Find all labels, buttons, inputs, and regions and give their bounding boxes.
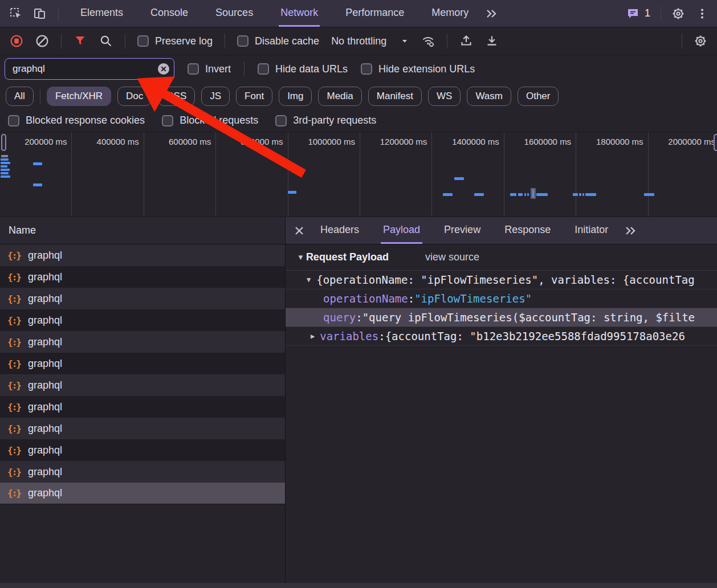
tab-network[interactable]: Network bbox=[279, 0, 320, 27]
more-tabs-button[interactable] bbox=[484, 0, 498, 27]
timeline-right-handle[interactable] bbox=[714, 134, 717, 151]
type-chip-css[interactable]: CSS bbox=[158, 87, 195, 106]
device-toolbar-icon[interactable] bbox=[33, 7, 47, 21]
third-party-requests-checkbox-group[interactable]: 3rd-party requests bbox=[275, 115, 376, 126]
collapse-triangle-icon: ▼ bbox=[307, 276, 311, 284]
network-conditions-icon[interactable] bbox=[421, 34, 435, 48]
timeline-tick: 800000 ms bbox=[216, 132, 288, 217]
devtools-tabbar: Elements Console Sources Network Perform… bbox=[0, 0, 717, 27]
type-chip-doc[interactable]: Doc bbox=[117, 87, 152, 106]
filter-funnel-icon[interactable] bbox=[74, 34, 87, 48]
type-chip-other[interactable]: Other bbox=[518, 87, 559, 106]
type-chip-all[interactable]: All bbox=[6, 87, 34, 106]
close-details-button[interactable] bbox=[292, 217, 306, 244]
request-row[interactable]: {:}graphql bbox=[0, 396, 285, 418]
third-party-requests-checkbox[interactable] bbox=[275, 115, 287, 126]
inspect-element-icon[interactable] bbox=[9, 7, 23, 21]
request-row[interactable]: {:}graphql bbox=[0, 439, 285, 461]
blocked-requests-checkbox[interactable] bbox=[162, 115, 173, 126]
type-chip-media[interactable]: Media bbox=[318, 87, 361, 106]
detail-tab-initiator[interactable]: Initiator bbox=[572, 217, 610, 244]
json-braces-icon: {:} bbox=[7, 358, 21, 369]
clear-filter-icon[interactable] bbox=[157, 62, 170, 76]
issues-count: 1 bbox=[645, 7, 650, 19]
record-network-log-button[interactable] bbox=[10, 34, 23, 48]
type-chip-js[interactable]: JS bbox=[201, 87, 230, 106]
timeline-tick: 600000 ms bbox=[144, 132, 216, 217]
chevrons-right-icon bbox=[484, 7, 498, 21]
hide-extension-urls-checkbox-group[interactable]: Hide extension URLs bbox=[361, 63, 475, 75]
expand-triangle-icon: ▶ bbox=[311, 332, 315, 340]
more-detail-tabs-button[interactable] bbox=[624, 217, 637, 244]
detail-tab-headers[interactable]: Headers bbox=[318, 217, 361, 244]
detail-tab-preview[interactable]: Preview bbox=[442, 217, 483, 244]
type-chip-font[interactable]: Font bbox=[236, 87, 272, 106]
type-chip-wasm[interactable]: Wasm bbox=[467, 87, 511, 106]
import-har-icon[interactable] bbox=[459, 34, 473, 48]
clear-network-log-button[interactable] bbox=[35, 34, 49, 48]
timeline-tick: 1400000 ms bbox=[432, 132, 504, 217]
chevron-down-icon bbox=[400, 36, 409, 46]
disable-cache-checkbox-group[interactable]: Disable cache bbox=[237, 35, 319, 47]
invert-checkbox-group[interactable]: Invert bbox=[188, 63, 231, 75]
timeline-left-handle[interactable] bbox=[1, 134, 6, 151]
tab-console[interactable]: Console bbox=[149, 0, 190, 27]
type-chip-fetch-xhr[interactable]: Fetch/XHR bbox=[47, 87, 111, 106]
json-braces-icon: {:} bbox=[7, 272, 21, 283]
tab-memory[interactable]: Memory bbox=[430, 0, 470, 27]
payload-summary-row[interactable]: ▼ {operationName: "ipFlowTimeseries", va… bbox=[286, 271, 717, 289]
json-braces-icon: {:} bbox=[7, 293, 21, 304]
request-row[interactable]: {:}graphql bbox=[0, 331, 285, 353]
view-source-link[interactable]: view source bbox=[425, 251, 479, 263]
json-braces-icon: {:} bbox=[7, 250, 21, 261]
payload-variables-row[interactable]: ▶ variables: {accountTag: "b12e3b2192ee5… bbox=[286, 327, 717, 346]
type-chip-ws[interactable]: WS bbox=[428, 87, 461, 106]
hide-extension-urls-checkbox[interactable] bbox=[361, 63, 372, 75]
tab-elements[interactable]: Elements bbox=[79, 0, 125, 27]
preserve-log-checkbox-group[interactable]: Preserve log bbox=[137, 35, 213, 47]
detail-tab-response[interactable]: Response bbox=[502, 217, 553, 244]
request-row[interactable]: {:}graphql bbox=[0, 288, 285, 309]
type-chip-img[interactable]: Img bbox=[279, 87, 312, 106]
type-chip-manifest[interactable]: Manifest bbox=[368, 87, 422, 106]
network-overview-timeline[interactable]: 200000 ms 400000 ms 600000 ms 800000 ms … bbox=[0, 132, 717, 217]
request-row[interactable]: {:}graphql bbox=[0, 461, 285, 483]
issues-counter[interactable]: 1 bbox=[626, 7, 650, 21]
search-icon[interactable] bbox=[99, 34, 113, 48]
payload-operationname-row[interactable]: operationName: "ipFlowTimeseries" bbox=[286, 289, 717, 308]
export-har-icon[interactable] bbox=[485, 34, 499, 48]
request-payload-section-header[interactable]: ▼ Request Payload view source bbox=[286, 244, 717, 271]
window-bottom-edge bbox=[0, 583, 717, 588]
settings-gear-icon[interactable] bbox=[671, 7, 685, 21]
preserve-log-checkbox[interactable] bbox=[137, 35, 149, 47]
hide-data-urls-checkbox-group[interactable]: Hide data URLs bbox=[258, 63, 348, 75]
throttling-value: No throttling bbox=[331, 35, 386, 47]
hide-data-urls-checkbox[interactable] bbox=[258, 63, 269, 75]
kebab-menu-icon[interactable] bbox=[695, 7, 709, 21]
request-row[interactable]: {:}graphql bbox=[0, 418, 285, 439]
throttling-dropdown[interactable]: No throttling bbox=[331, 35, 409, 47]
blocked-requests-checkbox-group[interactable]: Blocked requests bbox=[162, 115, 258, 126]
json-braces-icon: {:} bbox=[7, 402, 21, 413]
payload-query-row[interactable]: query: "query ipFlowTimeseries($accountT… bbox=[286, 308, 717, 327]
disable-cache-checkbox[interactable] bbox=[237, 35, 248, 47]
request-row[interactable]: {:}graphql bbox=[0, 244, 285, 266]
request-row-selected[interactable]: {:}graphql bbox=[0, 483, 285, 504]
detail-tab-payload[interactable]: Payload bbox=[381, 217, 422, 244]
blocked-response-cookies-checkbox-group[interactable]: Blocked response cookies bbox=[8, 115, 145, 126]
hide-extension-urls-label: Hide extension URLs bbox=[378, 63, 475, 75]
invert-checkbox[interactable] bbox=[188, 63, 199, 75]
name-column-header[interactable]: Name bbox=[0, 217, 285, 244]
request-row[interactable]: {:}graphql bbox=[0, 374, 285, 396]
network-settings-gear-icon[interactable] bbox=[694, 34, 707, 48]
tab-performance[interactable]: Performance bbox=[344, 0, 406, 27]
filter-input[interactable] bbox=[5, 58, 174, 80]
request-row[interactable]: {:}graphql bbox=[0, 309, 285, 331]
request-rows: {:}graphql {:}graphql {:}graphql {:}grap… bbox=[0, 244, 285, 588]
request-type-filters: All Fetch/XHR Doc CSS JS Font Img Media … bbox=[0, 83, 717, 109]
request-row[interactable]: {:}graphql bbox=[0, 353, 285, 374]
tab-sources[interactable]: Sources bbox=[214, 0, 255, 27]
blocked-response-cookies-checkbox[interactable] bbox=[8, 115, 19, 126]
request-row[interactable]: {:}graphql bbox=[0, 266, 285, 288]
divider bbox=[661, 6, 661, 21]
